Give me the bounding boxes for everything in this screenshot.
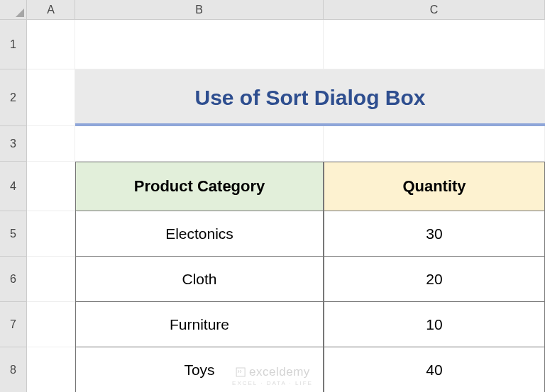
- cell-C1[interactable]: [324, 20, 545, 69]
- row-header-4[interactable]: 4: [0, 162, 27, 211]
- row-header-2[interactable]: 2: [0, 69, 27, 126]
- table-row[interactable]: Furniture: [75, 302, 324, 347]
- title-cell[interactable]: Use of Sort Dialog Box: [75, 69, 545, 126]
- title-text: Use of Sort Dialog Box: [194, 86, 425, 110]
- row-header-7[interactable]: 7: [0, 302, 27, 347]
- cell-A8[interactable]: [27, 347, 75, 392]
- table-row[interactable]: 40: [324, 347, 545, 392]
- table-row[interactable]: 30: [324, 211, 545, 257]
- cell-A5[interactable]: [27, 211, 75, 257]
- row-header-8[interactable]: 8: [0, 347, 27, 392]
- table-row[interactable]: 20: [324, 257, 545, 302]
- cell-B1[interactable]: [75, 20, 324, 69]
- watermark-text: exceldemy: [249, 365, 310, 379]
- spreadsheet-grid: A B C 1 2 Use of Sort Dialog Box 3 4 Pro…: [0, 0, 545, 392]
- table-row[interactable]: Cloth: [75, 257, 324, 302]
- select-all-corner[interactable]: [0, 0, 27, 20]
- col-header-C[interactable]: C: [324, 0, 545, 20]
- col-header-B[interactable]: B: [75, 0, 324, 20]
- table-row[interactable]: Electonics: [75, 211, 324, 257]
- watermark-subtext: EXCEL · DATA · LIFE: [232, 380, 313, 386]
- table-header-category[interactable]: Product Category: [75, 162, 324, 211]
- cell-A7[interactable]: [27, 302, 75, 347]
- table-row[interactable]: 10: [324, 302, 545, 347]
- table-header-quantity[interactable]: Quantity: [324, 162, 545, 211]
- row-header-5[interactable]: 5: [0, 211, 27, 257]
- cell-A2[interactable]: [27, 69, 75, 126]
- cell-C3[interactable]: [324, 126, 545, 162]
- cell-A6[interactable]: [27, 257, 75, 302]
- cell-B3[interactable]: [75, 126, 324, 162]
- watermark: exceldemy: [235, 365, 310, 379]
- row-header-1[interactable]: 1: [0, 20, 27, 69]
- row-header-3[interactable]: 3: [0, 126, 27, 162]
- cell-A4[interactable]: [27, 162, 75, 211]
- watermark-icon: [235, 366, 246, 378]
- cell-A1[interactable]: [27, 20, 75, 69]
- row-header-6[interactable]: 6: [0, 257, 27, 302]
- cell-A3[interactable]: [27, 126, 75, 162]
- col-header-A[interactable]: A: [27, 0, 75, 20]
